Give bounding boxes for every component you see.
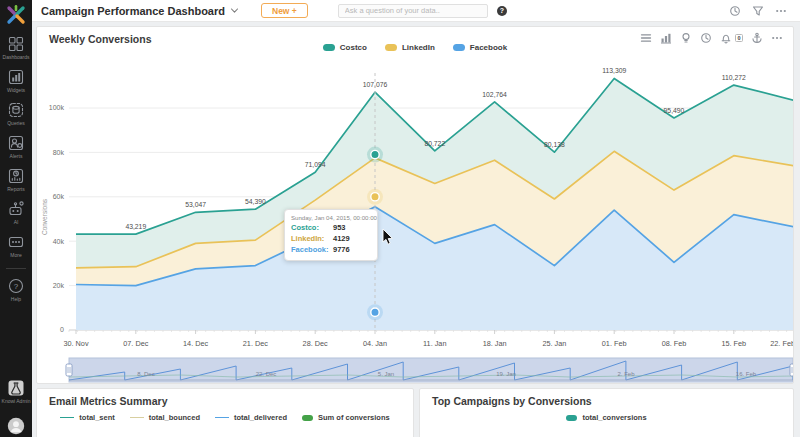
svg-text:71,094: 71,094	[305, 161, 326, 168]
legend-swatch	[130, 417, 144, 418]
svg-text:11. Jan: 11. Jan	[423, 339, 446, 348]
legend-item[interactable]: total_bounced	[130, 413, 200, 422]
legend-label: total_delivered	[234, 413, 287, 422]
legend-item[interactable]: Sum of conversions	[302, 413, 390, 422]
legend-swatch	[566, 415, 577, 421]
sidebar-item-label: Widgets	[7, 87, 25, 93]
sidebar-item-widgets[interactable]: Widgets	[7, 68, 25, 93]
chart-type-icon[interactable]	[660, 32, 672, 44]
legend-label: total_sent	[79, 413, 114, 422]
svg-text:21. Dec: 21. Dec	[243, 339, 268, 348]
legend-swatch	[323, 44, 335, 51]
weekly-conversions-chart[interactable]: 020k40k60k80k100kConversions30. Nov07. D…	[37, 27, 793, 383]
legend-label: Costco	[340, 43, 367, 52]
svg-text:25. Jan: 25. Jan	[542, 339, 566, 348]
legend-label: Facebook	[470, 43, 507, 52]
sidebar-item-dashboards[interactable]: Dashboards	[3, 35, 30, 60]
svg-text:22. Feb: 22. Feb	[770, 339, 793, 348]
sidebar-item-label: Reports	[7, 186, 25, 192]
anchor-icon[interactable]	[751, 32, 763, 44]
alert-count-badge: 0	[735, 34, 743, 42]
sidebar-item-more[interactable]: More	[7, 233, 25, 258]
sidebar-item-label: Queries	[7, 120, 25, 126]
more-dots-icon[interactable]	[771, 32, 783, 44]
topbar-actions	[729, 5, 787, 17]
new-button[interactable]: New +	[261, 3, 308, 18]
sidebar-item-queries[interactable]: Queries	[7, 101, 25, 126]
navigator-handle-right[interactable]	[790, 364, 793, 376]
svg-text:01. Feb: 01. Feb	[602, 339, 627, 348]
widget-title: Top Campaigns by Conversions	[432, 395, 592, 407]
alerts-person-icon	[7, 134, 25, 152]
svg-text:8. Dec: 8. Dec	[137, 371, 154, 377]
dashboard-content: Weekly Conversions 0 CostcoLinkedInFaceb…	[32, 22, 800, 437]
legend-item[interactable]: Facebook	[453, 43, 507, 52]
svg-text:07. Dec: 07. Dec	[123, 339, 148, 348]
history-clock-icon[interactable]	[729, 5, 741, 17]
chevron-down-icon[interactable]	[230, 6, 239, 15]
sidebar-item-label: Knowi Admin	[2, 398, 31, 404]
svg-text:30. Nov: 30. Nov	[63, 339, 88, 348]
sidebar-item-label: AI	[14, 219, 19, 225]
tooltip-row: LinkedIn:4129	[291, 234, 371, 245]
help-circle-icon[interactable]: ?	[497, 6, 507, 16]
legend-label: total_conversions	[582, 413, 646, 422]
navigator-handle-left[interactable]	[66, 364, 72, 376]
help-circle-icon: ?	[7, 277, 25, 295]
dashboards-grid-icon	[7, 35, 25, 53]
svg-text:95,490: 95,490	[664, 107, 685, 114]
legend-label: LinkedIn	[402, 43, 435, 52]
sidebar-item-help[interactable]: ? Help	[7, 277, 25, 302]
more-box-icon	[7, 233, 25, 251]
legend-item[interactable]: Costco	[323, 43, 367, 52]
svg-text:14. Dec: 14. Dec	[183, 339, 208, 348]
filter-funnel-icon[interactable]	[752, 5, 764, 17]
app-sidebar: DashboardsWidgetsQueriesAlertsReportsAIM…	[0, 0, 32, 437]
svg-text:43,219: 43,219	[125, 223, 146, 230]
sidebar-item-ai[interactable]: AI	[7, 200, 25, 225]
alert-bell-icon[interactable]	[720, 32, 732, 44]
svg-text:08. Feb: 08. Feb	[662, 339, 687, 348]
email-metrics-widget: Email Metrics Summary total_senttotal_bo…	[36, 388, 414, 437]
svg-text:113,309: 113,309	[602, 67, 626, 74]
insights-bulb-icon[interactable]	[680, 32, 692, 44]
history-clock-icon[interactable]	[700, 32, 712, 44]
widget-title: Email Metrics Summary	[49, 395, 167, 407]
legend-item[interactable]: total_sent	[60, 413, 114, 422]
tooltip-row: Facebook:9776	[291, 245, 371, 256]
legend-label: total_bounced	[149, 413, 200, 422]
ask-question-input[interactable]	[338, 4, 488, 18]
svg-text:40k: 40k	[53, 238, 65, 245]
menu-icon[interactable]	[640, 32, 652, 44]
sidebar-bottom: Knowi Admin	[2, 379, 31, 437]
sidebar-item-admin[interactable]: Knowi Admin	[2, 379, 31, 404]
knowi-logo-icon[interactable]	[4, 3, 28, 27]
svg-text:102,764: 102,764	[482, 91, 507, 98]
user-avatar[interactable]	[7, 417, 25, 435]
bottom-widgets-row: Email Metrics Summary total_senttotal_bo…	[36, 388, 794, 437]
svg-text:Conversions: Conversions	[41, 198, 48, 235]
svg-text:54,390: 54,390	[245, 198, 266, 205]
sidebar-item-label: More	[10, 252, 21, 258]
legend-item[interactable]: total_conversions	[566, 413, 646, 422]
svg-text:22. Dec: 22. Dec	[256, 371, 277, 377]
svg-text:100k: 100k	[49, 104, 65, 111]
legend-item[interactable]: total_delivered	[215, 413, 287, 422]
flask-icon	[7, 379, 25, 397]
sidebar-nav: DashboardsWidgetsQueriesAlertsReportsAIM…	[3, 35, 30, 266]
legend-label: Sum of conversions	[318, 413, 390, 422]
top-campaigns-widget: Top Campaigns by Conversions total_conve…	[419, 388, 794, 437]
svg-text:80,138: 80,138	[544, 141, 565, 148]
svg-text:60k: 60k	[53, 193, 65, 200]
top-bar: Campaign Performance Dashboard New + ?	[32, 0, 800, 22]
svg-text:04. Jan: 04. Jan	[363, 339, 387, 348]
sidebar-item-label: Dashboards	[3, 54, 30, 60]
sidebar-item-alerts[interactable]: Alerts	[7, 134, 25, 159]
legend-swatch	[302, 415, 313, 421]
legend-item[interactable]: LinkedIn	[385, 43, 435, 52]
svg-text:80k: 80k	[53, 149, 65, 156]
more-dots-icon[interactable]	[775, 5, 787, 17]
tooltip-row: Costco:953	[291, 223, 371, 234]
queries-database-icon	[7, 101, 25, 119]
sidebar-item-reports[interactable]: Reports	[7, 167, 25, 192]
